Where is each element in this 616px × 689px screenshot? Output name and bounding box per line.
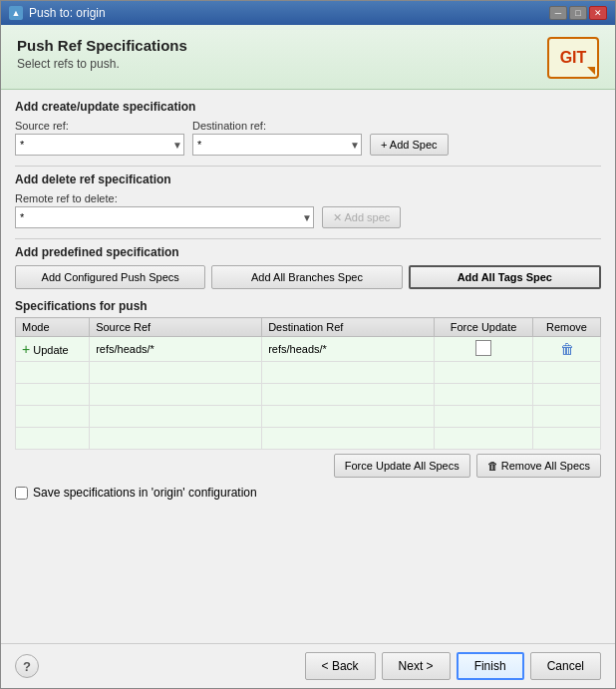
empty-cell (435, 428, 533, 450)
separator-1 (15, 166, 601, 167)
empty-cell (262, 362, 435, 384)
next-button[interactable]: Next > (382, 652, 451, 680)
table-header: Mode Source Ref Destination Ref Force Up… (16, 318, 601, 337)
content-area: Add create/update specification Source r… (1, 90, 615, 643)
footer: ? < Back Next > Finish Cancel (1, 643, 615, 688)
row-destination-ref-cell: refs/heads/* (262, 337, 435, 362)
col-remove: Remove (533, 318, 601, 337)
remove-all-label: Remove All Specs (501, 460, 590, 472)
empty-cell (16, 406, 90, 428)
close-button[interactable]: ✕ (589, 6, 607, 20)
row-remove-cell[interactable]: 🗑 (533, 337, 601, 362)
title-bar-buttons: ─ □ ✕ (549, 6, 607, 20)
remote-ref-select[interactable]: * (15, 206, 314, 228)
empty-cell (533, 362, 601, 384)
git-logo-arrow (587, 67, 595, 75)
empty-cell (435, 362, 533, 384)
remote-ref-select-wrapper[interactable]: * ▼ (15, 206, 314, 228)
empty-cell (262, 406, 435, 428)
table-row-empty-2 (16, 384, 601, 406)
empty-cell (16, 362, 90, 384)
empty-cell (90, 406, 262, 428)
empty-cell (16, 384, 90, 406)
add-spec-button[interactable]: + Add Spec (370, 134, 449, 156)
add-configured-push-specs-button[interactable]: Add Configured Push Specs (15, 265, 205, 289)
force-update-all-specs-button[interactable]: Force Update All Specs (334, 454, 470, 478)
predefined-buttons-row: Add Configured Push Specs Add All Branch… (15, 265, 601, 289)
main-window: ▲ Push to: origin ─ □ ✕ Push Ref Specifi… (0, 0, 616, 689)
finish-button[interactable]: Finish (457, 652, 524, 680)
force-update-checkbox[interactable] (475, 340, 491, 356)
col-destination-ref: Destination Ref (262, 318, 435, 337)
maximize-button[interactable]: □ (569, 6, 587, 20)
specifications-table: Mode Source Ref Destination Ref Force Up… (15, 317, 601, 450)
empty-cell (435, 406, 533, 428)
git-logo-text: GIT (560, 49, 587, 67)
table-row-empty-1 (16, 362, 601, 384)
empty-cell (90, 362, 262, 384)
empty-cell (262, 384, 435, 406)
add-all-branches-spec-button[interactable]: Add All Branches Spec (211, 265, 402, 289)
trash-icon[interactable]: 🗑 (560, 341, 574, 357)
add-delete-spec-button[interactable]: ✕ Add spec (322, 206, 401, 228)
delete-ref-form-row: Remote ref to delete: * ▼ ✕ Add spec (15, 192, 601, 228)
header-section: Push Ref Specifications Select refs to p… (1, 25, 615, 90)
row-source-ref-cell: refs/heads/* (90, 337, 262, 362)
row-force-update-cell[interactable] (435, 337, 533, 362)
table-row-empty-3 (16, 406, 601, 428)
table-action-buttons: Force Update All Specs 🗑 Remove All Spec… (15, 454, 601, 478)
remove-all-specs-button[interactable]: 🗑 Remove All Specs (476, 454, 601, 478)
source-ref-label: Source ref: (15, 120, 184, 132)
source-ref-select-wrapper[interactable]: * ▼ (15, 134, 184, 156)
source-ref-group: Source ref: * ▼ (15, 120, 184, 156)
destination-ref-label: Destination ref: (192, 120, 362, 132)
save-checkbox-row: Save specifications in 'origin' configur… (15, 486, 601, 500)
row-source-ref-value: refs/heads/* (96, 343, 154, 355)
empty-cell (533, 428, 601, 450)
table-row: + Update refs/heads/* refs/heads/* (16, 337, 601, 362)
help-button[interactable]: ? (15, 654, 39, 678)
row-destination-ref-value: refs/heads/* (268, 343, 327, 355)
cancel-button[interactable]: Cancel (530, 652, 601, 680)
col-mode: Mode (16, 318, 90, 337)
save-checkbox-label[interactable]: Save specifications in 'origin' configur… (33, 486, 257, 500)
row-mode-value: Update (33, 344, 68, 356)
window-icon: ▲ (9, 6, 23, 20)
empty-cell (16, 428, 90, 450)
table-body: + Update refs/heads/* refs/heads/* (16, 337, 601, 450)
remote-ref-label: Remote ref to delete: (15, 192, 314, 204)
destination-ref-select-wrapper[interactable]: * ▼ (192, 134, 362, 156)
destination-ref-select[interactable]: * (192, 134, 362, 156)
empty-cell (262, 428, 435, 450)
save-checkbox[interactable] (15, 487, 28, 500)
empty-cell (435, 384, 533, 406)
empty-cell (90, 428, 262, 450)
page-title: Push Ref Specifications (17, 37, 187, 54)
remove-all-icon: 🗑 (487, 460, 498, 472)
predefined-section-title: Add predefined specification (15, 245, 601, 259)
window-title: Push to: origin (29, 6, 106, 20)
git-logo: GIT (547, 37, 599, 79)
row-mode-cell: + Update (16, 337, 90, 362)
minimize-button[interactable]: ─ (549, 6, 567, 20)
footer-left: ? (15, 654, 39, 678)
header-text: Push Ref Specifications Select refs to p… (17, 37, 187, 71)
specifications-section: Specifications for push Mode Source Ref … (15, 299, 601, 478)
destination-ref-group: Destination ref: * ▼ (192, 120, 362, 156)
title-bar: ▲ Push to: origin ─ □ ✕ (1, 1, 615, 25)
col-force-update: Force Update (435, 318, 533, 337)
separator-2 (15, 238, 601, 239)
create-update-form-row: Source ref: * ▼ Destination ref: * ▼ + A… (15, 120, 601, 156)
add-all-tags-spec-button[interactable]: Add All Tags Spec (409, 265, 601, 289)
source-ref-select[interactable]: * (15, 134, 184, 156)
create-update-section-title: Add create/update specification (15, 100, 601, 114)
delete-ref-section-title: Add delete ref specification (15, 172, 601, 186)
empty-cell (90, 384, 262, 406)
footer-right: < Back Next > Finish Cancel (305, 652, 601, 680)
col-source-ref: Source Ref (90, 318, 262, 337)
plus-icon: + (22, 341, 30, 357)
empty-cell (533, 384, 601, 406)
back-button[interactable]: < Back (305, 652, 376, 680)
empty-cell (533, 406, 601, 428)
table-row-empty-4 (16, 428, 601, 450)
